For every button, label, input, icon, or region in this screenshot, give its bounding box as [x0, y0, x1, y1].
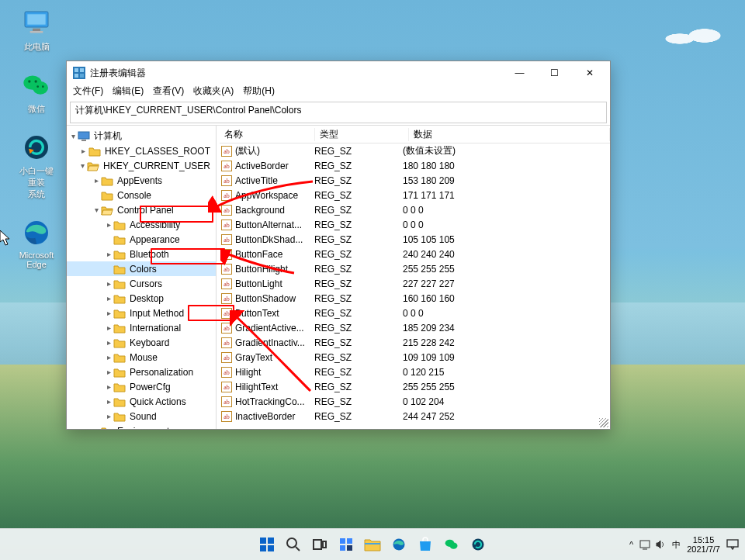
value-row[interactable]: abButtonFaceREG_SZ240 240 240 [220, 247, 610, 261]
tree-node-keyboard[interactable]: ▸Keyboard [67, 335, 216, 350]
svg-text:ab: ab [224, 354, 230, 361]
value-row[interactable]: abAppWorkspaceREG_SZ171 171 171 [220, 188, 610, 202]
titlebar[interactable]: 注册表编辑器 — ☐ ✕ [67, 61, 610, 85]
tree-pane[interactable]: ▾ 计算机 ▸ HKEY_CLASSES_ROOT ▾ [67, 126, 217, 429]
close-button[interactable]: ✕ [572, 62, 607, 84]
column-headers[interactable]: 名称 类型 数据 [220, 126, 610, 143]
chevron-down-icon[interactable]: ▾ [92, 206, 101, 214]
tree-node-input-method[interactable]: ▸Input Method [67, 306, 216, 320]
col-type[interactable]: 类型 [315, 128, 409, 141]
chevron-right-icon[interactable]: ▸ [104, 338, 113, 347]
chevron-right-icon[interactable]: ▸ [104, 323, 113, 332]
desktop-icon-edge[interactable]: Microsoft Edge [17, 217, 56, 269]
minimize-button[interactable]: — [502, 62, 537, 84]
tree-hkcu[interactable]: ▾ HKEY_CURRENT_USER [67, 158, 216, 173]
tree-node-sound[interactable]: ▸Sound [67, 409, 216, 423]
value-row[interactable]: abActiveBorderREG_SZ180 180 180 [220, 158, 610, 173]
value-type: REG_SZ [310, 175, 398, 186]
col-name[interactable]: 名称 [220, 128, 315, 141]
value-row[interactable]: abButtonTextREG_SZ0 0 0 [220, 306, 610, 320]
value-list-pane[interactable]: 名称 类型 数据 ab(默认)REG_SZ(数值未设置)abActiveBord… [220, 126, 610, 429]
tree-node-powercfg[interactable]: ▸PowerCfg [67, 379, 216, 394]
value-row[interactable]: abGradientActive...REG_SZ185 209 234 [220, 320, 610, 335]
tree-node-quick-actions[interactable]: ▸Quick Actions [67, 394, 216, 409]
chevron-right-icon[interactable]: ▸ [104, 397, 113, 406]
chevron-right-icon[interactable]: ▸ [104, 382, 113, 391]
chevron-right-icon[interactable]: ▸ [104, 250, 113, 258]
value-row[interactable]: abHotTrackingCo...REG_SZ0 102 204 [220, 394, 610, 409]
resize-grip[interactable] [599, 418, 608, 427]
tree-node-control-panel[interactable]: ▾Control Panel [67, 202, 216, 217]
desktop-icon-reinstall[interactable]: 小白一键重装 系统 [17, 132, 56, 200]
ime-indicator[interactable]: 中 [672, 539, 681, 551]
value-row[interactable]: ab(默认)REG_SZ(数值未设置) [220, 143, 610, 158]
chevron-right-icon[interactable]: ▸ [104, 279, 113, 288]
value-row[interactable]: abButtonLightREG_SZ227 227 227 [220, 276, 610, 291]
taskbar-clock[interactable]: 15:15 2021/7/7 [687, 535, 720, 554]
value-row[interactable]: abBackgroundREG_SZ0 0 0 [220, 202, 610, 217]
address-bar[interactable]: 计算机\HKEY_CURRENT_USER\Control Panel\Colo… [70, 102, 607, 123]
chevron-right-icon[interactable]: ▸ [104, 353, 113, 361]
value-row[interactable]: abButtonShadowREG_SZ160 160 160 [220, 291, 610, 306]
system-tray[interactable]: ^ 中 15:15 2021/7/7 [629, 535, 739, 554]
tree-node-international[interactable]: ▸International [67, 320, 216, 335]
tree-node-accessibility[interactable]: ▸Accessibility [67, 217, 216, 232]
menu-edit[interactable]: 编辑(E) [113, 85, 144, 100]
taskbar[interactable]: ^ 中 15:15 2021/7/7 [0, 528, 745, 560]
menu-file[interactable]: 文件(F) [73, 85, 103, 100]
value-row[interactable]: abGrayTextREG_SZ109 109 109 [220, 350, 610, 365]
tree-node-desktop[interactable]: ▸Desktop [67, 291, 216, 306]
wechat-taskbar-button[interactable] [441, 534, 463, 555]
tree-node-console[interactable]: Console [67, 188, 216, 202]
network-icon[interactable] [639, 539, 650, 550]
value-type: REG_SZ [310, 264, 398, 275]
menu-view[interactable]: 查看(V) [153, 85, 184, 100]
explorer-button[interactable] [362, 534, 383, 555]
chevron-right-icon[interactable]: ▸ [92, 176, 101, 185]
chevron-right-icon[interactable]: ▸ [104, 368, 113, 376]
notifications-icon[interactable] [726, 539, 739, 550]
regedit-app-icon [73, 67, 85, 79]
reinstall-taskbar-button[interactable] [467, 534, 489, 555]
tree-node-bluetooth[interactable]: ▸Bluetooth [67, 247, 216, 261]
menu-fav[interactable]: 收藏夹(A) [193, 85, 234, 100]
chevron-right-icon[interactable]: ▸ [104, 220, 113, 229]
value-row[interactable]: abButtonAlternat...REG_SZ0 0 0 [220, 217, 610, 232]
tree-node-appevents[interactable]: ▸AppEvents [67, 173, 216, 188]
tree-hkcr[interactable]: ▸ HKEY_CLASSES_ROOT [67, 143, 216, 158]
search-button[interactable] [282, 534, 304, 555]
menu-help[interactable]: 帮助(H) [243, 85, 275, 100]
tree-node-appearance[interactable]: Appearance [67, 232, 216, 247]
chevron-right-icon[interactable]: ▸ [104, 309, 113, 317]
value-row[interactable]: abHilightTextREG_SZ255 255 255 [220, 379, 610, 394]
value-row[interactable]: abInactiveBorderREG_SZ244 247 252 [220, 409, 610, 423]
tree-node-mouse[interactable]: ▸Mouse [67, 350, 216, 365]
widgets-button[interactable] [335, 534, 357, 555]
col-data[interactable]: 数据 [409, 128, 610, 141]
desktop-icon-wechat[interactable]: 微信 [17, 70, 56, 115]
edge-taskbar-button[interactable] [388, 534, 410, 555]
store-button[interactable] [414, 534, 436, 555]
volume-icon[interactable] [655, 539, 666, 550]
chevron-right-icon[interactable]: ▸ [104, 294, 113, 302]
chevron-down-icon[interactable]: ▾ [68, 132, 78, 140]
tree-node-environment[interactable]: Environment [67, 423, 216, 429]
value-row[interactable]: abHilightREG_SZ0 120 215 [220, 365, 610, 379]
value-row[interactable]: abActiveTitleREG_SZ153 180 209 [220, 173, 610, 188]
desktop-icon-this-pc[interactable]: 此电脑 [17, 8, 56, 53]
chevron-right-icon[interactable]: ▸ [104, 412, 113, 420]
start-button[interactable] [256, 534, 278, 555]
chevron-down-icon[interactable]: ▾ [79, 161, 87, 170]
chevron-right-icon[interactable]: ▸ [79, 147, 88, 155]
tree-node-colors[interactable]: Colors [67, 261, 216, 276]
tree-root[interactable]: ▾ 计算机 [67, 129, 216, 143]
tree-node-cursors[interactable]: ▸Cursors [67, 276, 216, 291]
tray-chevron-icon[interactable]: ^ [629, 540, 633, 549]
value-row[interactable]: abGradientInactiv...REG_SZ215 228 242 [220, 335, 610, 350]
value-row[interactable]: abButtonHilightREG_SZ255 255 255 [220, 261, 610, 276]
taskview-button[interactable] [309, 534, 331, 555]
maximize-button[interactable]: ☐ [537, 62, 572, 84]
value-row[interactable]: abButtonDkShad...REG_SZ105 105 105 [220, 232, 610, 247]
desktop[interactable]: 此电脑 微信 小白一键重装 系统 Microsoft Edge 注册表编辑器 [0, 0, 745, 560]
tree-node-personalization[interactable]: ▸Personalization [67, 365, 216, 379]
